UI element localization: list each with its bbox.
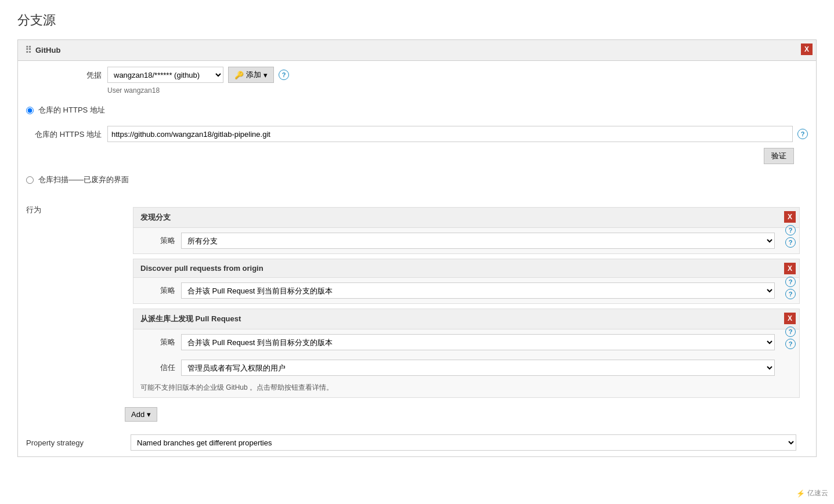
credentials-add-button[interactable]: 🔑 添加 ▾ <box>228 67 274 83</box>
https-radio-row: 仓库的 HTTPS 地址 <box>18 100 816 120</box>
discover-pr-origin-header: Discover pull requests from origin <box>133 259 799 278</box>
discover-pr-origin-strategy-control: 合并该 Pull Request 到当前目标分支的版本 当前 Pull Requ… <box>181 282 792 299</box>
discover-pr-fork-trust-select[interactable]: 管理员或者有写入权限的用户 所有用户 <box>181 360 775 376</box>
watermark-icon: ⚡ <box>796 490 805 498</box>
behavior-inner: 发现分支 X ? ? 策略 所有分支 仅被索引的分支 仅有Pull <box>125 202 808 424</box>
https-url-help-icon[interactable]: ? <box>797 129 808 139</box>
discover-branches-strategy-row: 策略 所有分支 仅被索引的分支 仅有Pull Request的分支 <box>133 228 799 253</box>
add-dropdown-arrow: ▾ <box>147 410 151 419</box>
discover-pr-fork-strategy-row: 策略 合并该 Pull Request 到当前目标分支的版本 当前 Pull R… <box>133 329 799 355</box>
https-url-input[interactable] <box>107 126 793 142</box>
discover-branches-section: 发现分支 X ? ? 策略 所有分支 仅被索引的分支 仅有Pull <box>133 207 800 254</box>
discover-pr-fork-header: 从派生库上发现 Pull Request <box>133 309 799 329</box>
github-section-title: GitHub <box>35 46 60 55</box>
discover-pr-fork-strategy-control: 合并该 Pull Request 到当前目标分支的版本 当前 Pull Requ… <box>181 334 792 350</box>
discover-pr-fork-strategy-label: 策略 <box>140 334 175 347</box>
behavior-row: 行为 发现分支 X ? ? 策略 <box>18 198 816 429</box>
repo-scan-radio-row: 仓库扫描——已废弃的界面 <box>18 170 816 190</box>
discover-pr-origin-section: Discover pull requests from origin X ? ?… <box>133 259 800 304</box>
discover-branches-close[interactable]: X <box>784 211 796 223</box>
verify-row: 验证 <box>18 148 816 170</box>
repo-scan-radio[interactable] <box>26 176 34 184</box>
discover-branches-strategy-label: 策略 <box>140 233 175 246</box>
add-dropdown-icon: ▾ <box>263 71 268 79</box>
https-url-label: 仓库的 HTTPS 地址 <box>26 126 102 140</box>
discover-pr-origin-strategy-select[interactable]: 合并该 Pull Request 到当前目标分支的版本 当前 Pull Requ… <box>181 282 775 299</box>
discover-pr-fork-trust-label: 信任 <box>140 360 175 373</box>
key-icon: 🔑 <box>234 71 244 79</box>
credentials-select[interactable]: wangzan18/****** (github) <box>107 67 223 83</box>
credentials-help-icon[interactable]: ? <box>279 70 289 80</box>
verify-button[interactable]: 验证 <box>764 148 794 164</box>
https-radio[interactable] <box>26 107 34 114</box>
github-section: ⠿ GitHub X 凭据 wangzan18/****** (github) … <box>17 39 817 457</box>
watermark-text: 亿速云 <box>807 488 828 498</box>
https-url-control: ? <box>107 126 808 142</box>
discover-pr-origin-strategy-label: 策略 <box>140 282 175 296</box>
github-close-button[interactable]: X <box>801 43 813 55</box>
repo-scan-radio-label[interactable]: 仓库扫描——已废弃的界面 <box>38 175 129 185</box>
behavior-label: 行为 <box>26 202 125 215</box>
https-url-row: 仓库的 HTTPS 地址 ? <box>18 120 816 148</box>
page-title: 分支源 <box>17 12 817 29</box>
credentials-control: wangzan18/****** (github) 🔑 添加 ▾ ? User … <box>107 67 808 95</box>
discover-branches-header: 发现分支 <box>133 208 799 228</box>
property-strategy-label: Property strategy <box>26 438 125 447</box>
credentials-inline: wangzan18/****** (github) 🔑 添加 ▾ ? <box>107 67 808 83</box>
https-url-inline: ? <box>107 126 808 142</box>
discover-pr-fork-strategy-select[interactable]: 合并该 Pull Request 到当前目标分支的版本 当前 Pull Requ… <box>181 334 775 350</box>
discover-branches-strategy-select[interactable]: 所有分支 仅被索引的分支 仅有Pull Request的分支 <box>181 233 775 249</box>
discover-pr-fork-section: 从派生库上发现 Pull Request X ? ? 策略 合并该 Pull R… <box>133 309 800 398</box>
drag-handle-icon: ⠿ <box>25 45 32 56</box>
watermark: ⚡ 亿速云 <box>796 488 828 498</box>
github-section-header: ⠿ GitHub <box>18 40 816 61</box>
discover-pr-fork-trust-row: 信任 管理员或者有写入权限的用户 所有用户 <box>133 355 799 380</box>
discover-pr-origin-strategy-row: 策略 合并该 Pull Request 到当前目标分支的版本 当前 Pull R… <box>133 278 799 303</box>
add-button-row: Add ▾ <box>125 403 808 424</box>
user-hint: User wangzan18 <box>107 86 808 95</box>
discover-branches-strategy-control: 所有分支 仅被索引的分支 仅有Pull Request的分支 <box>181 233 792 249</box>
discover-pr-fork-note: 可能不支持旧版本的企业级 GitHub 。点击帮助按钮查看详情。 <box>133 380 799 397</box>
https-radio-label[interactable]: 仓库的 HTTPS 地址 <box>38 105 105 115</box>
add-behavior-button[interactable]: Add ▾ <box>125 407 157 422</box>
credentials-label: 凭据 <box>26 67 102 81</box>
credentials-row: 凭据 wangzan18/****** (github) 🔑 添加 ▾ ? Us… <box>18 61 816 100</box>
discover-pr-origin-close[interactable]: X <box>784 263 796 274</box>
property-strategy-row: Property strategy Named branches get dif… <box>18 429 816 456</box>
property-strategy-select[interactable]: Named branches get different properties … <box>131 434 796 451</box>
discover-pr-fork-trust-control: 管理员或者有写入权限的用户 所有用户 <box>181 360 792 376</box>
discover-pr-fork-close[interactable]: X <box>784 313 796 324</box>
page-container: 分支源 ⠿ GitHub X 凭据 wangzan18/****** (gith… <box>0 0 834 504</box>
